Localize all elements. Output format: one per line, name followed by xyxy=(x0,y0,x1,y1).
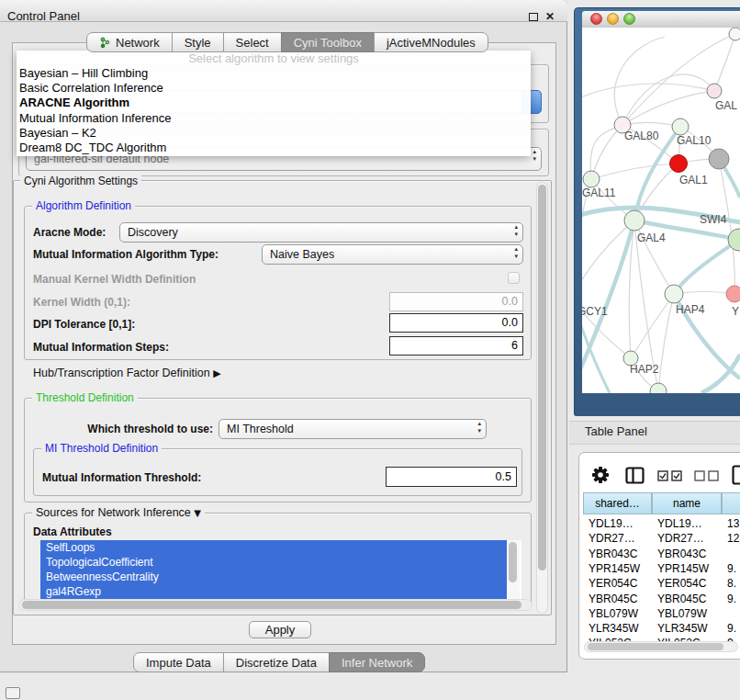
network-edge-highlighted[interactable] xyxy=(674,240,739,294)
network-edge[interactable] xyxy=(591,125,622,179)
mi-steps-field[interactable]: 6 xyxy=(389,336,523,356)
minimize-traffic-light[interactable] xyxy=(607,13,619,25)
data-attributes-list[interactable]: SelfLoopsTopologicalCoefficientBetweenne… xyxy=(40,540,521,599)
float-window-icon[interactable] xyxy=(529,13,538,21)
algorithm-option-mutual-information-inference[interactable]: Mutual Information Inference xyxy=(17,111,531,126)
attribute-topologicalcoefficient[interactable]: TopologicalCoefficient xyxy=(40,555,507,570)
cell-r2-c0[interactable]: YBR043C xyxy=(583,547,652,561)
network-edge[interactable] xyxy=(658,294,674,391)
cell-r4-c0[interactable]: YER054C xyxy=(583,576,652,591)
dpi-tolerance-label: DPI Tolerance [0,1]: xyxy=(33,318,135,331)
network-node-gray-node[interactable] xyxy=(709,149,729,169)
columns-icon[interactable] xyxy=(625,467,645,484)
cell-r2-c2[interactable] xyxy=(722,547,740,561)
node-label-hap2: HAP2 xyxy=(630,363,659,376)
combo-value: Discovery xyxy=(128,226,178,239)
network-node-gal11[interactable] xyxy=(583,171,600,187)
cell-r5-c2[interactable]: 9. xyxy=(722,592,740,606)
network-node-pink-top[interactable] xyxy=(707,84,722,98)
cell-r1-c2[interactable]: 12 xyxy=(722,531,740,546)
attribute-betweennesscentrality[interactable]: BetweennessCentrality xyxy=(40,570,507,584)
network-edge[interactable] xyxy=(582,220,634,298)
apply-button[interactable]: Apply xyxy=(249,621,311,638)
algorithm-option-bayesian-k2[interactable]: Bayesian – K2 xyxy=(17,126,531,141)
dpi-tolerance-field[interactable]: 0.0 xyxy=(389,313,523,333)
control-panel-tabs: NetworkStyleSelectCyni ToolboxjActiveMNo… xyxy=(86,32,488,52)
gear-icon[interactable] xyxy=(590,465,611,485)
tab-cyni-toolbox[interactable]: Cyni Toolbox xyxy=(281,32,375,52)
attributes-scrollbar-thumb[interactable] xyxy=(509,542,517,582)
network-node-bottom-node[interactable] xyxy=(650,383,667,393)
settings-hscrollbar-thumb[interactable] xyxy=(22,601,521,609)
node-label-gal4: GAL4 xyxy=(637,231,666,244)
attribute-selfloops[interactable]: SelfLoops xyxy=(40,540,507,555)
network-edge[interactable] xyxy=(582,84,714,101)
network-edge[interactable] xyxy=(590,125,622,179)
network-node-gal1[interactable] xyxy=(670,155,688,173)
cell-r1-c1[interactable]: YDR27… xyxy=(652,531,722,546)
settings-vscrollbar-thumb[interactable] xyxy=(538,185,546,570)
mi-threshold-field[interactable]: 0.5 xyxy=(386,467,517,487)
table-panel-title: Table Panel xyxy=(585,424,647,438)
expand-arrow-icon[interactable]: ▶ xyxy=(213,367,220,379)
which-threshold-combobox[interactable]: MI Threshold▴▾ xyxy=(219,419,487,439)
cell-r6-c2[interactable] xyxy=(722,606,740,621)
column-header-a[interactable]: A xyxy=(722,492,740,514)
restore-panel-icon[interactable] xyxy=(6,687,20,699)
network-node-salmon-node[interactable] xyxy=(726,286,740,302)
network-node-gal4[interactable] xyxy=(624,210,645,231)
cell-r3-c2[interactable]: 9. xyxy=(722,561,740,576)
cell-r3-c1[interactable]: YPR145W xyxy=(652,561,722,576)
table-function-icon[interactable] xyxy=(732,465,740,485)
tab-select[interactable]: Select xyxy=(223,32,282,52)
cell-r6-c1[interactable]: YBL079W xyxy=(652,606,722,621)
network-node-gal10[interactable] xyxy=(672,119,689,135)
mi-type-label: Mutual Information Algorithm Type: xyxy=(33,248,219,261)
kernel-width-field[interactable]: 0.0 xyxy=(389,292,523,311)
show-checked-columns-icon[interactable] xyxy=(657,470,683,481)
tab-impute-data[interactable]: Impute Data xyxy=(133,652,224,672)
cell-r2-c1[interactable]: YBR043C xyxy=(652,547,722,561)
cell-r5-c0[interactable]: YBR045C xyxy=(583,592,652,606)
column-header-name[interactable]: name xyxy=(652,492,722,514)
cell-r0-c0[interactable]: YDL19… xyxy=(583,516,652,531)
network-canvas[interactable]: GALGAL80GAL10GAL1GAL11GAL4SWI4HAP4YGCY1H… xyxy=(582,28,740,393)
tab-jactivemnodules[interactable]: jActiveMNodules xyxy=(374,32,488,52)
cell-r0-c1[interactable]: YDL19… xyxy=(652,516,722,531)
cell-r0-c2[interactable]: 13 xyxy=(722,516,740,531)
cell-r7-c0[interactable]: YLR345W xyxy=(583,621,652,636)
close-traffic-light[interactable] xyxy=(590,13,602,25)
manual-kernel-checkbox[interactable] xyxy=(508,272,520,284)
column-header-shared-[interactable]: shared… xyxy=(583,492,652,514)
table-hscrollbar-thumb[interactable] xyxy=(588,643,723,650)
tab-style[interactable]: Style xyxy=(172,32,224,52)
network-node-hap4[interactable] xyxy=(665,285,683,303)
hub-definition-toggle[interactable]: Hub/Transcription Factor Definition ▶ xyxy=(33,367,221,379)
cell-r7-c2[interactable]: 9. xyxy=(722,621,740,636)
cell-r1-c0[interactable]: YDR27… xyxy=(583,531,652,546)
tab-infer-network[interactable]: Infer Network xyxy=(329,652,425,672)
hide-columns-icon[interactable] xyxy=(694,470,720,481)
close-icon[interactable]: ✕ xyxy=(545,10,555,23)
network-edge[interactable] xyxy=(614,37,665,125)
mi-threshold-label: Mutual Information Threshold: xyxy=(42,471,201,484)
network-edge[interactable] xyxy=(622,91,714,125)
cell-r4-c1[interactable]: YER054C xyxy=(652,576,722,591)
cell-r4-c2[interactable]: 8. xyxy=(722,576,740,591)
cell-r3-c0[interactable]: YPR145W xyxy=(583,561,652,576)
aracne-mode-combobox[interactable]: Discovery▴▾ xyxy=(119,222,523,243)
algorithm-option-basic-correlation-inference[interactable]: Basic Correlation Inference xyxy=(17,81,531,96)
algorithm-option-bayesian-hill-climbing[interactable]: Bayesian – Hill Climbing xyxy=(17,66,531,81)
cell-r5-c1[interactable]: YBR045C xyxy=(652,592,722,606)
cell-r6-c0[interactable]: YBL079W xyxy=(583,606,652,621)
network-node-top-right[interactable] xyxy=(729,28,740,40)
algorithm-option-aracne-algorithm[interactable]: ARACNE Algorithm xyxy=(17,96,531,110)
algorithm-option-dream8-dc-tdc-algorithm[interactable]: Dream8 DC_TDC Algorithm xyxy=(17,141,531,155)
zoom-traffic-light[interactable] xyxy=(623,13,635,25)
cell-r7-c1[interactable]: YLR345W xyxy=(652,621,722,636)
mi-type-combobox[interactable]: Naive Bayes▴▾ xyxy=(262,244,523,265)
collapse-arrow-icon[interactable]: ▼ xyxy=(194,508,201,518)
tab-network[interactable]: Network xyxy=(86,32,173,52)
tab-discretize-data[interactable]: Discretize Data xyxy=(223,652,330,672)
attribute-gal4rgexp[interactable]: gal4RGexp xyxy=(40,584,507,599)
